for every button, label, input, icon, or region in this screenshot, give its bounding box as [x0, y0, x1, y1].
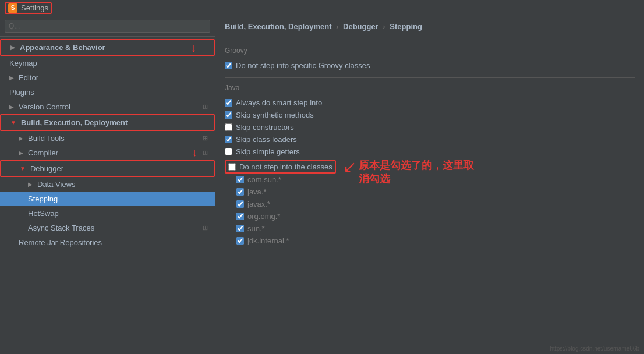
nav-list: ▶ Appearance & Behavior ↓ Keymap ▶ Edito…	[0, 37, 215, 354]
class-com-sun-label: com.sun.*	[247, 175, 281, 184]
arrow-container: ↙	[343, 159, 356, 175]
sidebar-label-build-tools: Build Tools	[28, 134, 65, 143]
groovy-step-label: Do not step into specific Groovy classes	[236, 61, 370, 70]
sidebar-item-async[interactable]: Async Stack Traces ⊞	[0, 221, 215, 235]
class-jdk-internal: jdk.internal.*	[236, 235, 336, 247]
skip-class-loaders-row: Skip class loaders	[225, 133, 635, 146]
async-icon: ⊞	[203, 224, 208, 232]
do-not-step-row: Do not step into the classes com.sun.* j…	[225, 160, 336, 247]
groovy-step-checkbox[interactable]	[225, 62, 232, 69]
breadcrumb-part2: Debugger	[343, 22, 378, 31]
sidebar-item-appearance[interactable]: ▶ Appearance & Behavior ↓	[0, 39, 215, 56]
class-javax-checkbox[interactable]	[236, 200, 244, 208]
class-java: java.*	[236, 186, 336, 198]
settings-content: Groovy Do not step into specific Groovy …	[215, 37, 644, 354]
expand-arrow-editor: ▶	[9, 75, 14, 81]
sidebar-item-keymap[interactable]: Keymap	[0, 56, 215, 70]
compiler-icon: ⊞	[203, 149, 208, 157]
skip-synthetic-row: Skip synthetic methods	[225, 109, 635, 121]
skip-synthetic-checkbox[interactable]	[225, 111, 232, 119]
do-not-step-outlined-box: Do not step into the classes	[225, 160, 336, 174]
skip-class-loaders-label: Skip class loaders	[236, 135, 297, 144]
annotation-arrow: ↙	[343, 159, 356, 175]
title-bar-outline: S Settings	[5, 2, 52, 14]
class-com-sun-checkbox[interactable]	[236, 176, 244, 183]
class-org-omg: org.omg.*	[236, 210, 336, 222]
search-bar	[0, 16, 215, 37]
groovy-java-divider	[225, 77, 635, 78]
sidebar-item-hotswap[interactable]: HotSwap	[0, 206, 215, 221]
skip-synthetic-label: Skip synthetic methods	[236, 111, 314, 119]
main-content: ▶ Appearance & Behavior ↓ Keymap ▶ Edito…	[0, 16, 644, 354]
sidebar-item-build-tools[interactable]: ▶ Build Tools ⊞	[0, 131, 215, 146]
class-org-omg-label: org.omg.*	[247, 212, 280, 221]
class-javax-label: javax.*	[247, 200, 270, 208]
do-not-step-section: Do not step into the classes com.sun.* j…	[225, 160, 635, 247]
buildtools-icon: ⊞	[203, 134, 208, 142]
expand-arrow-buildtools: ▶	[19, 135, 23, 141]
smart-step-checkbox[interactable]	[225, 99, 232, 107]
sidebar-item-editor[interactable]: ▶ Editor	[0, 70, 215, 85]
window-title: Settings	[21, 3, 48, 12]
sidebar: ▶ Appearance & Behavior ↓ Keymap ▶ Edito…	[0, 16, 215, 354]
sidebar-label-remote-jar: Remote Jar Repositories	[19, 238, 102, 247]
annotation-arrow-compiler: ↓	[192, 147, 197, 159]
expand-arrow: ▶	[10, 44, 15, 51]
expand-arrow-build: ▼	[10, 119, 16, 126]
class-sun-checkbox[interactable]	[236, 225, 244, 232]
sidebar-label-stepping: Stepping	[28, 194, 58, 203]
breadcrumb-sep2: ›	[383, 22, 387, 31]
class-javax: javax.*	[236, 198, 336, 210]
groovy-step-row: Do not step into specific Groovy classes	[225, 59, 635, 72]
sidebar-label-vc: Version Control	[19, 102, 70, 111]
watermark: https://blog.csdn.net/username66b	[550, 345, 639, 352]
smart-step-label: Always do smart step into	[236, 98, 322, 107]
sidebar-item-remote-jar[interactable]: Remote Jar Repositories	[0, 235, 215, 250]
sidebar-label-plugins: Plugins	[9, 88, 34, 97]
class-sun: sun.*	[236, 222, 336, 235]
class-org-omg-checkbox[interactable]	[236, 213, 244, 220]
breadcrumb-part3: Stepping	[390, 22, 422, 31]
class-java-checkbox[interactable]	[236, 188, 244, 196]
sidebar-item-data-views[interactable]: ▶ Data Views	[0, 177, 215, 192]
do-not-step-checkbox[interactable]	[228, 163, 236, 171]
sidebar-item-debugger[interactable]: ▼ Debugger	[0, 160, 215, 177]
sidebar-label-hotswap: HotSwap	[28, 209, 59, 218]
annotation-text: 原本是勾选了的，这里取消勾选	[359, 159, 475, 186]
sidebar-label-debugger: Debugger	[30, 164, 63, 173]
skip-constructors-row: Skip constructors	[225, 121, 635, 133]
class-jdk-internal-label: jdk.internal.*	[247, 236, 289, 245]
sidebar-item-plugins[interactable]: Plugins	[0, 85, 215, 100]
expand-arrow-vc: ▶	[9, 104, 14, 110]
skip-simple-getters-label: Skip simple getters	[236, 147, 300, 156]
sidebar-label-data-views: Data Views	[37, 180, 76, 189]
groovy-section-header: Groovy	[225, 47, 635, 55]
sidebar-item-stepping[interactable]: Stepping	[0, 192, 215, 206]
sidebar-label-async: Async Stack Traces	[28, 224, 94, 232]
sidebar-item-build[interactable]: ▼ Build, Execution, Deployment	[0, 114, 215, 131]
main-panel: Build, Execution, Deployment › Debugger …	[215, 16, 644, 354]
settings-window: S Settings ▶ Appearance & Behavior ↓	[0, 0, 644, 354]
sidebar-item-compiler[interactable]: ▶ Compiler ⊞ ↓	[0, 146, 215, 160]
expand-arrow-compiler: ▶	[19, 150, 23, 156]
breadcrumb-sep1: ›	[336, 22, 341, 31]
breadcrumb-part1: Build, Execution, Deployment	[225, 22, 331, 31]
skip-constructors-label: Skip constructors	[236, 123, 294, 132]
skip-simple-getters-checkbox[interactable]	[225, 148, 232, 155]
java-section-header: Java	[225, 84, 635, 92]
search-input[interactable]	[5, 20, 210, 33]
expand-arrow-debugger: ▼	[20, 165, 26, 172]
breadcrumb: Build, Execution, Deployment › Debugger …	[215, 16, 644, 37]
class-sun-label: sun.*	[247, 224, 265, 233]
class-jdk-internal-checkbox[interactable]	[236, 237, 244, 245]
vc-icon: ⊞	[203, 103, 208, 111]
sidebar-label-compiler: Compiler	[28, 148, 58, 157]
class-java-label: java.*	[247, 187, 267, 196]
skip-constructors-checkbox[interactable]	[225, 123, 232, 131]
smart-step-row: Always do smart step into	[225, 97, 635, 109]
skip-class-loaders-checkbox[interactable]	[225, 136, 232, 143]
sidebar-item-version-control[interactable]: ▶ Version Control ⊞	[0, 100, 215, 114]
app-icon: S	[8, 3, 17, 13]
sidebar-label-appearance: Appearance & Behavior	[20, 43, 105, 52]
class-com-sun: com.sun.*	[236, 174, 336, 186]
